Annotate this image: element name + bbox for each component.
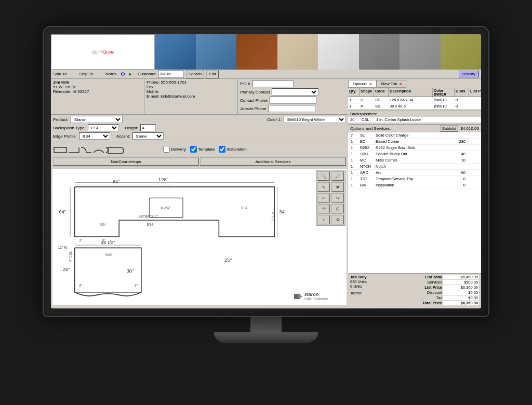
tab-new[interactable]: New Tab × bbox=[377, 80, 407, 88]
phone-val: 555-555-1701 bbox=[161, 80, 187, 85]
discount-label: Discount bbox=[406, 290, 442, 295]
logo-quote: Quote bbox=[103, 49, 114, 55]
units1-qty: 630 bbox=[350, 279, 357, 284]
option-row: 1 BIK Installation 0 650.00 bbox=[348, 182, 481, 188]
list-total-label: List Total bbox=[406, 275, 442, 279]
svg-rect-0 bbox=[54, 147, 66, 153]
header-img-foam bbox=[196, 34, 237, 70]
contact-phone-input[interactable] bbox=[270, 97, 316, 104]
installation-checkbox[interactable] bbox=[219, 146, 225, 153]
backsplash-select[interactable]: CSL bbox=[88, 124, 119, 131]
svg-text:25": 25" bbox=[63, 266, 70, 272]
monitor-neck bbox=[250, 317, 282, 332]
svg-text:BS4: BS4 bbox=[241, 206, 248, 210]
svg-text:Wall: Wall bbox=[105, 253, 111, 256]
customer-input[interactable] bbox=[158, 71, 184, 78]
product-select[interactable]: Staron bbox=[71, 116, 123, 123]
tool-settings[interactable]: ⚙ bbox=[331, 215, 344, 224]
tool-move[interactable]: ✥ bbox=[331, 182, 344, 192]
additional-services-button[interactable]: Additional Services bbox=[200, 157, 346, 166]
col-shape: Shape bbox=[360, 88, 374, 97]
delivery-checkbox[interactable] bbox=[163, 146, 170, 153]
header-img-marble bbox=[277, 34, 318, 70]
delivery-label: Delivery bbox=[171, 147, 186, 152]
tool-redo[interactable]: ↪ bbox=[331, 193, 344, 203]
bs-qty: 20 bbox=[350, 117, 362, 122]
discount-value: $0.00 bbox=[443, 290, 479, 295]
row2-shape: R bbox=[360, 103, 374, 109]
edit-button[interactable]: Edit bbox=[206, 70, 219, 78]
row2-desc: 30 x 48.5 bbox=[389, 103, 433, 109]
mobile-row: Mobile bbox=[147, 89, 235, 94]
edge-select[interactable]: BS4 bbox=[79, 132, 110, 140]
services-label: Services bbox=[406, 280, 442, 285]
jobsite-phone-input[interactable] bbox=[269, 105, 315, 112]
customer-name: Jim Kirk bbox=[53, 80, 142, 85]
header-img-forklift bbox=[441, 34, 482, 70]
email-val: kirk@starfleet.com bbox=[161, 94, 195, 99]
installation-cb[interactable]: Installation bbox=[219, 146, 246, 153]
options-table: 7 SL Solid Color Charge 0.00 1 EC Eased … bbox=[348, 132, 481, 188]
bs-code: CSL bbox=[362, 117, 376, 122]
settings-icon[interactable]: ⚙ bbox=[121, 71, 125, 77]
ship-to-label: Ship To bbox=[79, 72, 94, 76]
tool-magnify-plus[interactable]: 🔍 bbox=[317, 171, 330, 181]
options-label: Options and Services: bbox=[350, 126, 391, 131]
sold-to-label: Sold To bbox=[53, 72, 67, 76]
col-listprice: List Price bbox=[469, 88, 481, 97]
po-row: P.O # bbox=[240, 80, 346, 87]
template-checkbox[interactable] bbox=[190, 146, 197, 153]
edge-profiles bbox=[53, 143, 157, 155]
svg-text:3": 3" bbox=[102, 238, 105, 242]
row1-desc: 128 x 64 x 34 bbox=[389, 97, 433, 103]
noncountertops-button[interactable]: NonCountertops bbox=[53, 157, 199, 166]
tool-undo[interactable]: ↩ bbox=[317, 193, 330, 203]
col-code: Code bbox=[374, 88, 389, 97]
tool-extra[interactable]: + bbox=[317, 215, 330, 224]
svg-text:34": 34" bbox=[279, 209, 286, 214]
delivery-cb[interactable]: Delivery bbox=[163, 146, 186, 153]
search-button[interactable]: Search bbox=[186, 70, 204, 78]
tool-magnify-minus[interactable]: 🔎 bbox=[331, 171, 344, 181]
tab-tally-label: Tab Tally bbox=[350, 275, 367, 279]
template-label: Template bbox=[198, 147, 215, 152]
tool-select[interactable]: ↖ bbox=[317, 182, 330, 192]
svg-text:4" CSL: 4" CSL bbox=[271, 212, 275, 222]
svg-text:BS4: BS4 bbox=[100, 223, 107, 226]
tool-pan[interactable]: ☩ bbox=[317, 204, 330, 213]
col-color: Color BW010 bbox=[433, 88, 455, 97]
tab-option1[interactable]: Option1 × bbox=[348, 80, 377, 88]
col-qty: Qty bbox=[348, 88, 360, 97]
color1-select[interactable]: BW010 Bright White bbox=[284, 116, 346, 123]
header-img-gray bbox=[400, 34, 441, 70]
total-price-value: $6,360.00 bbox=[443, 301, 479, 305]
contact-phone-label: Contact Phone bbox=[240, 98, 268, 103]
backsplash-label: Backsplashes: bbox=[350, 112, 377, 116]
svg-text:12" M.: 12" M. bbox=[58, 246, 68, 249]
edge-label: Edge Profile: bbox=[53, 134, 77, 139]
svg-text:2": 2" bbox=[135, 284, 138, 287]
header-img-granite bbox=[359, 34, 400, 70]
tab-option1-close[interactable]: × bbox=[369, 82, 372, 86]
subtotal-button[interactable]: Subtotal bbox=[440, 125, 459, 132]
logo-quick: Quick bbox=[91, 49, 103, 55]
terms-label: Terms: bbox=[350, 291, 362, 295]
total-price-label: Total Price bbox=[406, 301, 442, 305]
tab-new-close[interactable]: × bbox=[400, 82, 402, 86]
history-button[interactable]: History bbox=[459, 71, 479, 77]
status-icon: ● bbox=[128, 71, 131, 77]
list-price-label: List Price bbox=[406, 285, 442, 290]
row2-price: 1,000.00 bbox=[469, 103, 481, 109]
po-input[interactable] bbox=[252, 80, 294, 87]
height-input[interactable] bbox=[140, 124, 156, 131]
customer-city: Riverside, IA 52327 bbox=[53, 89, 142, 94]
template-cb[interactable]: Template bbox=[190, 146, 215, 153]
option-row: 1 MC Miter Corner 10 0.00 bbox=[348, 157, 481, 164]
services-value: $900.00 bbox=[443, 280, 479, 285]
logo: QuickQuote bbox=[91, 49, 114, 55]
row2-color: BW010 bbox=[433, 103, 455, 109]
accent-select[interactable]: Same bbox=[132, 132, 164, 140]
tool-zoom-fit[interactable]: ⊞ bbox=[331, 204, 344, 213]
header-img-white-stone bbox=[318, 34, 359, 70]
primary-contact-select[interactable] bbox=[272, 88, 318, 96]
